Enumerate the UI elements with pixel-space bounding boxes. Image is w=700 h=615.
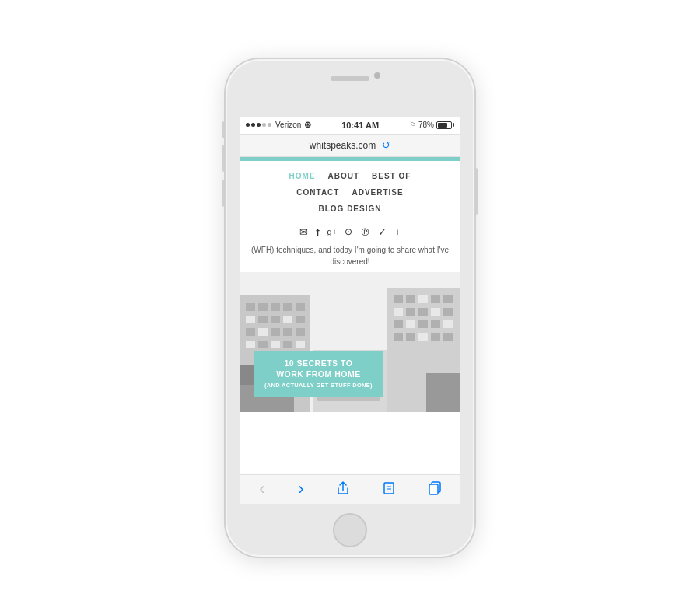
svg-rect-14 <box>271 328 280 336</box>
phone-mockup: Verizon ⊛ 10:41 AM ⚐ 78% whit <box>226 59 474 557</box>
svg-rect-33 <box>394 320 403 328</box>
svg-rect-41 <box>431 333 440 341</box>
location-icon: ⚐ <box>409 121 416 129</box>
back-button[interactable]: ‹ <box>254 477 269 501</box>
svg-rect-28 <box>394 308 403 316</box>
svg-rect-42 <box>443 333 453 341</box>
svg-rect-25 <box>418 295 428 303</box>
twitter-icon[interactable]: ✓ <box>378 226 387 238</box>
svg-rect-21 <box>296 341 305 348</box>
article-title-line2: WORK FROM HOME <box>264 369 373 380</box>
blog-excerpt: (WFH) techniques, and today I'm going to… <box>240 241 460 272</box>
svg-rect-63 <box>426 373 460 412</box>
mute-button <box>222 121 226 138</box>
front-camera <box>374 72 380 79</box>
status-time: 10:41 AM <box>341 121 379 130</box>
google-plus-icon[interactable]: g+ <box>327 227 338 236</box>
nav-item-home[interactable]: HOME <box>283 169 322 183</box>
forward-button[interactable]: › <box>293 477 308 501</box>
carrier-name: Verizon <box>275 121 301 129</box>
nav-item-advertise[interactable]: ADVERTISE <box>345 185 409 200</box>
svg-rect-13 <box>258 328 268 336</box>
social-icons-row: ✉ f g+ ⊙ ℗ ✓ + <box>240 222 460 241</box>
tabs-button[interactable] <box>424 480 446 499</box>
svg-rect-9 <box>271 316 280 323</box>
svg-rect-5 <box>283 303 292 311</box>
nav-item-contact[interactable]: CONTACT <box>290 185 345 200</box>
nav-menu: HOME ABOUT BEST OF CONTACT ADVERTISE BLO… <box>240 161 460 222</box>
svg-rect-17 <box>246 341 255 348</box>
volume-up-button <box>222 145 226 172</box>
instagram-icon[interactable]: ⊙ <box>345 226 352 237</box>
home-button[interactable] <box>333 513 367 547</box>
svg-rect-16 <box>296 328 305 336</box>
svg-rect-23 <box>394 295 403 303</box>
browser-toolbar: ‹ › <box>240 474 460 504</box>
svg-rect-8 <box>258 316 268 323</box>
svg-rect-68 <box>429 484 438 494</box>
svg-rect-29 <box>406 308 415 316</box>
article-image: 10 SECRETS TO WORK FROM HOME (AND ACTUAL… <box>240 272 460 412</box>
battery-icon <box>436 121 454 129</box>
plus-icon[interactable]: + <box>394 226 401 238</box>
svg-rect-35 <box>418 320 428 328</box>
facebook-icon[interactable]: f <box>316 226 319 238</box>
svg-rect-7 <box>246 316 255 323</box>
article-subtitle: (AND ACTUALLY GET STUFF DONE) <box>264 382 373 389</box>
svg-rect-49 <box>317 397 380 401</box>
svg-rect-40 <box>418 333 428 341</box>
svg-rect-24 <box>406 295 415 303</box>
nav-row-3: BLOG DESIGN <box>246 201 454 216</box>
svg-rect-18 <box>258 341 268 348</box>
nav-item-blog-design[interactable]: BLOG DESIGN <box>312 201 387 216</box>
nav-row-2: CONTACT ADVERTISE <box>246 185 454 200</box>
nav-row-1: HOME ABOUT BEST OF <box>246 169 454 183</box>
status-carrier: Verizon ⊛ <box>246 120 311 130</box>
status-battery: ⚐ 78% <box>409 121 454 129</box>
svg-rect-4 <box>271 303 280 311</box>
pinterest-icon[interactable]: ℗ <box>360 226 370 238</box>
wifi-icon: ⊛ <box>304 120 311 130</box>
svg-rect-38 <box>394 333 403 341</box>
url-text: whitspeaks.com <box>310 140 376 151</box>
article-title-line1: 10 SECRETS TO <box>264 358 373 369</box>
svg-rect-15 <box>283 328 292 336</box>
svg-rect-19 <box>271 341 280 348</box>
phone-screen: Verizon ⊛ 10:41 AM ⚐ 78% whit <box>240 117 460 504</box>
article-overlay: 10 SECRETS TO WORK FROM HOME (AND ACTUAL… <box>254 351 383 396</box>
bookmarks-button[interactable] <box>378 480 400 499</box>
svg-rect-36 <box>431 320 440 328</box>
email-icon[interactable]: ✉ <box>299 226 308 238</box>
svg-rect-31 <box>431 308 440 316</box>
svg-rect-30 <box>418 308 428 316</box>
nav-item-about[interactable]: ABOUT <box>322 169 366 183</box>
reload-button[interactable]: ↺ <box>382 139 390 151</box>
svg-rect-11 <box>296 316 305 323</box>
share-button[interactable] <box>332 480 354 499</box>
svg-rect-10 <box>283 316 292 323</box>
nav-item-best-of[interactable]: BEST OF <box>366 169 417 183</box>
svg-rect-12 <box>246 328 255 336</box>
status-bar: Verizon ⊛ 10:41 AM ⚐ 78% <box>240 117 460 134</box>
svg-rect-6 <box>296 303 305 311</box>
svg-rect-34 <box>406 320 415 328</box>
website-content: HOME ABOUT BEST OF CONTACT ADVERTISE BLO… <box>240 157 460 474</box>
svg-rect-27 <box>443 295 453 303</box>
svg-rect-64 <box>384 483 394 494</box>
svg-rect-3 <box>258 303 268 311</box>
svg-rect-20 <box>283 341 292 348</box>
power-button <box>474 168 478 215</box>
svg-rect-2 <box>246 303 255 311</box>
battery-pct: 78% <box>418 121 434 129</box>
svg-rect-32 <box>443 308 453 316</box>
speaker <box>331 76 369 81</box>
svg-rect-37 <box>443 320 453 328</box>
volume-down-button <box>222 180 226 207</box>
url-bar[interactable]: whitspeaks.com ↺ <box>240 134 460 157</box>
svg-rect-39 <box>406 333 415 341</box>
svg-rect-26 <box>431 295 440 303</box>
